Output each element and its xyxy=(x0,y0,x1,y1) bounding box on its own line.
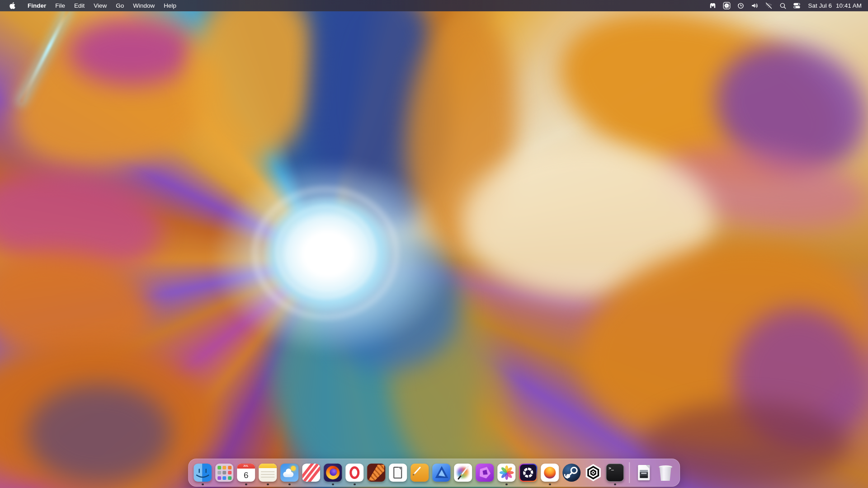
sunset-orb-icon xyxy=(541,464,559,482)
dock-item-affinity-designer[interactable] xyxy=(432,464,450,482)
running-indicator xyxy=(202,483,204,486)
calendar-day: 6 xyxy=(237,469,255,482)
running-indicator xyxy=(505,483,508,486)
affinity-photo-icon xyxy=(476,464,494,482)
running-indicator xyxy=(332,483,334,486)
calendar-month: JUL xyxy=(237,464,255,469)
terminal-prompt: >_ xyxy=(609,465,613,470)
dock-item-steam[interactable] xyxy=(562,464,580,482)
pinwheel-icon[interactable] xyxy=(721,1,732,11)
dock-item-affinity-publisher[interactable] xyxy=(367,464,385,482)
launchpad-icon xyxy=(215,464,233,482)
dock-item-libreoffice[interactable] xyxy=(389,464,407,482)
dock-item-launchpad[interactable] xyxy=(215,464,233,482)
dock-item-capture-one[interactable] xyxy=(519,464,537,482)
dock: JUL 6 xyxy=(188,459,680,487)
wallpaper-plume xyxy=(68,18,194,86)
running-indicator xyxy=(288,483,291,486)
dock-separator xyxy=(629,462,630,483)
dock-item-affinity-photo[interactable] xyxy=(476,464,494,482)
wallpaper-core-ring xyxy=(276,206,375,298)
dock-item-finder[interactable] xyxy=(193,464,212,482)
dock-item-terminal[interactable]: >_ xyxy=(606,464,624,482)
sun-icon xyxy=(291,466,296,471)
dock-item-photos[interactable] xyxy=(497,464,515,482)
dock-item-document-file[interactable] xyxy=(635,464,653,482)
calendar-icon: JUL 6 xyxy=(237,464,255,482)
firefox-icon xyxy=(324,464,342,482)
hexagon-geometric-icon xyxy=(584,464,602,482)
finder-icon xyxy=(193,464,212,482)
menu-file[interactable]: File xyxy=(51,0,70,11)
affinity-designer-icon xyxy=(432,464,450,482)
dock-item-hexagon-app[interactable] xyxy=(584,464,602,482)
document-file-icon xyxy=(638,465,650,480)
wallpaper-plume xyxy=(27,384,172,483)
dock-item-weather[interactable] xyxy=(280,464,298,482)
menu-edit[interactable]: Edit xyxy=(70,0,89,11)
cloud-icon xyxy=(283,472,293,477)
control-center-icon[interactable] xyxy=(791,1,802,11)
dock-item-notes[interactable] xyxy=(259,464,277,482)
notes-icon xyxy=(259,464,277,482)
pixelmator-icon xyxy=(454,464,472,482)
libreoffice-icon xyxy=(389,464,407,482)
steam-icon xyxy=(562,464,580,482)
menu-bar-clock[interactable]: Sat Jul 6 10:41 AM xyxy=(808,2,862,9)
menu-help[interactable]: Help xyxy=(159,0,181,11)
running-indicator xyxy=(549,483,551,486)
running-indicator xyxy=(354,483,356,486)
menu-view[interactable]: View xyxy=(89,0,111,11)
clock-time: 10:41 AM xyxy=(836,2,862,9)
affinity-publisher-icon xyxy=(367,464,385,482)
menu-go[interactable]: Go xyxy=(111,0,128,11)
capture-one-icon xyxy=(519,464,537,482)
menu-bar-left: Finder File Edit View Go Window Help xyxy=(0,0,181,11)
dock-item-pixelmator[interactable] xyxy=(454,464,472,482)
running-indicator xyxy=(614,483,616,486)
desktop-wallpaper[interactable] xyxy=(0,0,868,488)
menu-finder[interactable]: Finder xyxy=(23,0,51,11)
spotlight-search-icon[interactable] xyxy=(777,1,788,11)
clock-date: Sat Jul 6 xyxy=(808,2,832,9)
apple-icon[interactable] xyxy=(0,2,23,9)
dock-item-firefox[interactable] xyxy=(324,464,342,482)
trash-icon xyxy=(656,464,675,482)
running-indicator xyxy=(267,483,269,486)
dock-item-pages[interactable] xyxy=(410,464,429,482)
menu-bar: Finder File Edit View Go Window Help xyxy=(0,0,868,11)
malwarebytes-icon[interactable] xyxy=(707,1,718,11)
running-indicator xyxy=(245,483,247,486)
opera-icon xyxy=(345,464,363,482)
menu-bar-status-area: Sat Jul 6 10:41 AM xyxy=(707,1,868,11)
dock-item-calendar[interactable]: JUL 6 xyxy=(237,464,255,482)
weather-icon xyxy=(280,464,298,482)
dock-item-trash[interactable] xyxy=(656,464,675,482)
terminal-icon: >_ xyxy=(606,464,624,482)
time-machine-icon[interactable] xyxy=(735,1,746,11)
wifi-off-icon[interactable] xyxy=(763,1,774,11)
photos-icon xyxy=(497,464,515,482)
news-icon xyxy=(302,464,320,482)
dock-item-news[interactable] xyxy=(302,464,320,482)
menu-window[interactable]: Window xyxy=(128,0,159,11)
volume-icon[interactable] xyxy=(749,1,760,11)
dock-item-opera[interactable] xyxy=(345,464,363,482)
pages-icon xyxy=(410,464,429,482)
dock-item-gradient-orb-app[interactable] xyxy=(541,464,559,482)
